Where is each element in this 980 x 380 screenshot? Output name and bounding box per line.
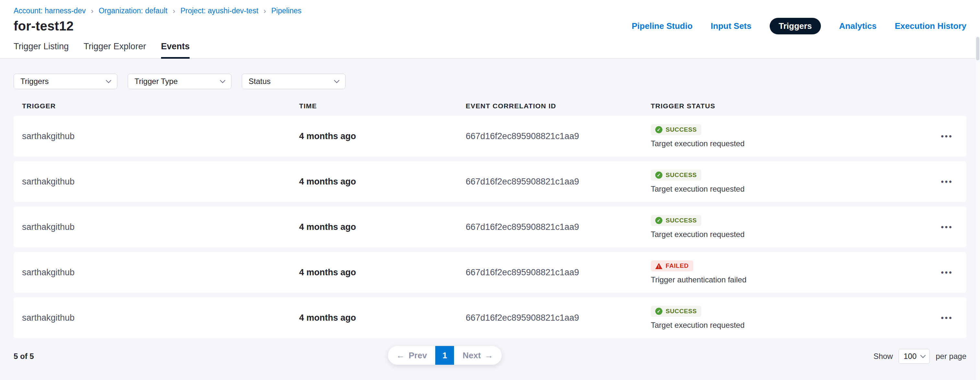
event-row: sarthakgithub 4 months ago 667d16f2ec895…	[14, 297, 966, 338]
status-detail: Target execution requested	[651, 321, 928, 330]
pipeline-nav: Pipeline Studio Input Sets Triggers Anal…	[632, 18, 966, 34]
status-detail: Target execution requested	[651, 185, 928, 193]
status-filter-label: Status	[248, 77, 270, 86]
page-size-control: Show 100 per page	[873, 349, 966, 364]
breadcrumb-account[interactable]: Account: harness-dev	[14, 6, 86, 15]
event-time: 4 months ago	[299, 177, 466, 187]
tab-trigger-explorer[interactable]: Trigger Explorer	[84, 42, 146, 58]
event-row: sarthakgithub 4 months ago 667d16f2ec895…	[14, 206, 966, 247]
pagination: ← Prev 1 Next →	[388, 346, 502, 365]
trigger-name: sarthakgithub	[22, 313, 299, 323]
status-filter-dropdown[interactable]: Status	[242, 73, 345, 89]
status-label: SUCCESS	[666, 126, 697, 133]
arrow-right-icon: →	[485, 351, 493, 361]
breadcrumb-pipelines[interactable]: Pipelines	[271, 6, 301, 15]
trigger-status-cell: ✓ SUCCESS Target execution requested	[651, 215, 928, 239]
status-label: FAILED	[666, 262, 689, 270]
check-circle-icon: ✓	[655, 171, 662, 179]
status-badge: ✓ SUCCESS	[651, 124, 701, 135]
status-detail: Target execution requested	[651, 139, 928, 148]
scrollbar-thumb[interactable]	[976, 37, 979, 60]
triggers-filter-label: Triggers	[21, 77, 49, 86]
trigger-status-cell: ! FAILED Trigger authentication failed	[651, 260, 928, 284]
nav-triggers[interactable]: Triggers	[770, 18, 821, 34]
chevron-down-icon	[920, 353, 926, 358]
prev-label: Prev	[409, 351, 427, 361]
prev-page-button[interactable]: ← Prev	[388, 346, 435, 365]
status-label: SUCCESS	[666, 217, 697, 224]
chevron-down-icon	[334, 78, 340, 83]
trigger-status-cell: ✓ SUCCESS Target execution requested	[651, 124, 928, 148]
more-options-button[interactable]: •••	[941, 268, 953, 277]
check-circle-icon: ✓	[655, 217, 662, 224]
nav-execution-history[interactable]: Execution History	[895, 21, 966, 31]
scrollbar[interactable]	[975, 36, 980, 380]
status-badge: ! FAILED	[651, 260, 693, 271]
next-page-button[interactable]: Next →	[454, 346, 501, 365]
chevron-right-icon: ›	[264, 7, 266, 15]
status-label: SUCCESS	[666, 171, 697, 179]
chevron-right-icon: ›	[173, 7, 175, 15]
trigger-status-cell: ✓ SUCCESS Target execution requested	[651, 169, 928, 193]
event-time: 4 months ago	[299, 222, 466, 232]
title-row: for-test12 Pipeline Studio Input Sets Tr…	[14, 18, 966, 34]
column-header-trigger: TRIGGER	[22, 102, 299, 110]
event-correlation-id: 667d16f2ec895908821c1aa9	[466, 131, 651, 141]
trigger-status-cell: ✓ SUCCESS Target execution requested	[651, 306, 928, 330]
status-detail: Target execution requested	[651, 230, 928, 239]
column-header-time: TIME	[299, 102, 466, 110]
event-row: sarthakgithub 4 months ago 667d16f2ec895…	[14, 252, 966, 293]
trigger-name: sarthakgithub	[22, 131, 299, 141]
nav-pipeline-studio[interactable]: Pipeline Studio	[632, 21, 692, 31]
trigger-type-filter-dropdown[interactable]: Trigger Type	[128, 73, 231, 89]
more-options-button[interactable]: •••	[941, 313, 953, 322]
status-label: SUCCESS	[666, 308, 697, 315]
page-title: for-test12	[14, 19, 73, 34]
table-header: TRIGGER TIME EVENT CORRELATION ID TRIGGE…	[14, 102, 966, 116]
event-time: 4 months ago	[299, 268, 466, 278]
event-correlation-id: 667d16f2ec895908821c1aa9	[466, 268, 651, 278]
event-time: 4 months ago	[299, 313, 466, 323]
breadcrumb: Account: harness-dev › Organization: def…	[14, 6, 966, 15]
status-badge: ✓ SUCCESS	[651, 169, 701, 180]
event-row: sarthakgithub 4 months ago 667d16f2ec895…	[14, 161, 966, 202]
chevron-right-icon: ›	[91, 7, 93, 15]
tab-events[interactable]: Events	[161, 42, 190, 58]
trigger-type-filter-label: Trigger Type	[135, 77, 178, 86]
status-badge: ✓ SUCCESS	[651, 306, 701, 317]
nav-analytics[interactable]: Analytics	[839, 21, 877, 31]
check-circle-icon: ✓	[655, 308, 662, 315]
more-options-button[interactable]: •••	[941, 132, 953, 141]
trigger-name: sarthakgithub	[22, 222, 299, 232]
page-header: Account: harness-dev › Organization: def…	[0, 0, 980, 59]
column-header-event-correlation-id: EVENT CORRELATION ID	[466, 102, 651, 110]
current-page-button[interactable]: 1	[435, 346, 454, 365]
tab-trigger-listing[interactable]: Trigger Listing	[14, 42, 69, 58]
triggers-filter-dropdown[interactable]: Triggers	[14, 73, 117, 89]
chevron-down-icon	[106, 78, 111, 83]
more-options-button[interactable]: •••	[941, 222, 953, 232]
triggers-events-page: Account: harness-dev › Organization: def…	[0, 0, 980, 380]
page-size-value: 100	[904, 352, 916, 361]
more-options-button[interactable]: •••	[941, 177, 953, 186]
chevron-down-icon	[220, 78, 226, 83]
arrow-left-icon: ←	[396, 351, 405, 361]
warning-triangle-icon: !	[655, 263, 662, 269]
pagination-footer: 5 of 5 ← Prev 1 Next → Show 100 per pa	[14, 346, 966, 367]
check-circle-icon: ✓	[655, 126, 662, 133]
nav-input-sets[interactable]: Input Sets	[711, 21, 751, 31]
page-size-select[interactable]: 100	[899, 349, 930, 364]
event-correlation-id: 667d16f2ec895908821c1aa9	[466, 313, 651, 323]
breadcrumb-organization[interactable]: Organization: default	[99, 6, 167, 15]
per-page-label: per page	[935, 352, 966, 361]
breadcrumb-project[interactable]: Project: ayushi-dev-test	[180, 6, 258, 15]
events-content: Triggers Trigger Type Status TRIGGER TIM…	[0, 59, 980, 367]
filters-row: Triggers Trigger Type Status	[14, 73, 966, 89]
event-correlation-id: 667d16f2ec895908821c1aa9	[466, 177, 651, 187]
trigger-name: sarthakgithub	[22, 177, 299, 187]
event-correlation-id: 667d16f2ec895908821c1aa9	[466, 222, 651, 232]
event-time: 4 months ago	[299, 131, 466, 141]
next-label: Next	[463, 351, 480, 361]
tab-bar: Trigger Listing Trigger Explorer Events	[14, 42, 966, 58]
status-detail: Trigger authentication failed	[651, 275, 928, 284]
